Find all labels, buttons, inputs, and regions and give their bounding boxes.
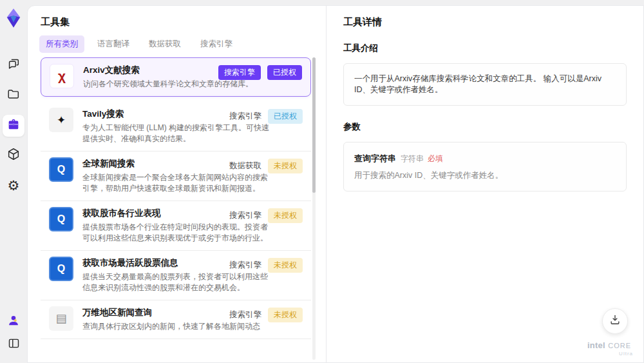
download-button[interactable] <box>602 308 628 334</box>
sidebar-item-files[interactable] <box>3 84 24 106</box>
arxiv-icon: χ <box>50 64 74 88</box>
page-title: 工具集 <box>41 16 70 28</box>
scrollbar-thumb[interactable] <box>312 57 316 193</box>
auth-status-badge: 未授权 <box>268 258 303 273</box>
scrollbar-track[interactable] <box>312 57 316 360</box>
detail-title: 工具详情 <box>343 16 627 28</box>
category-tab[interactable]: 语言翻译 <box>91 35 136 53</box>
intel-logo-text: intel <box>587 340 605 350</box>
tool-list-item[interactable]: ✦ Tavily搜索 专为人工智能代理 (LLM) 构建的搜索引擎工具。可快速提… <box>41 102 311 152</box>
user-avatar-icon <box>6 313 21 330</box>
intro-section-title: 工具介绍 <box>343 43 627 54</box>
panel-toggle-icon <box>7 337 21 353</box>
building-icon: ▤ <box>49 306 73 331</box>
toolbox-icon <box>6 117 21 134</box>
tool-name: 获取市场最活跃股票信息 <box>82 257 229 269</box>
tool-list-pane: 工具集 所有类别语言翻译数据获取搜索引擎 χ Arxiv文献搜索 访问各个研究领… <box>28 6 326 362</box>
tool-category-tag: 搜索引擎 <box>218 65 261 80</box>
qnews-icon: Q <box>49 257 73 281</box>
tool-name: 获取股市各行业表现 <box>82 208 229 219</box>
qnews-icon: Q <box>49 207 73 231</box>
param-row: 查询字符串字符串必填 用于搜索的Arxiv ID、关键字或作者姓名。 <box>344 142 626 191</box>
tool-detail-pane: 工具详情 工具介绍 一个用于从Arxiv存储库搜索科学论文和文章的工具。 输入可… <box>326 6 643 362</box>
sidebar-item-tools[interactable] <box>3 115 24 137</box>
folder-icon <box>6 87 21 104</box>
tool-name: 万维地区新闻查询 <box>82 307 229 319</box>
category-tab[interactable]: 数据获取 <box>142 35 187 53</box>
cube-icon <box>6 147 21 164</box>
tool-name: Arxiv文献搜索 <box>83 64 218 76</box>
tool-list-item[interactable]: Q 获取股市各行业表现 提供股票市场各个行业在特定时间段内的表现。投资者可以利用… <box>41 201 311 251</box>
tool-category-tag: 搜索引擎 <box>229 208 261 223</box>
tool-name: 全球新闻搜索 <box>82 158 229 170</box>
intel-core-badge: intel CORE Ultra <box>585 339 633 357</box>
tool-list-item[interactable]: χ Arxiv文献搜索 访问各个研究领域大量科学论文和文章的存储库。 搜索引擎 … <box>41 57 311 97</box>
sidebar-item-profile[interactable] <box>3 311 24 333</box>
params-box: 查询字符串字符串必填 用于搜索的Arxiv ID、关键字或作者姓名。 <box>343 142 627 191</box>
app-logo-icon <box>5 8 23 28</box>
auth-status-badge: 未授权 <box>268 159 303 173</box>
auth-status-badge: 已授权 <box>267 65 302 80</box>
chat-icon <box>6 57 21 74</box>
param-description: 用于搜索的Arxiv ID、关键字或作者姓名。 <box>354 170 616 181</box>
sidebar-item-models[interactable] <box>3 144 24 166</box>
download-icon <box>609 313 621 329</box>
ultra-logo-text: Ultra <box>585 351 633 357</box>
tool-category-tag: 数据获取 <box>229 159 261 173</box>
gear-icon: ⚙ <box>8 179 20 192</box>
tool-category-tag: 搜索引擎 <box>229 258 261 273</box>
tool-name: Tavily搜索 <box>82 108 229 120</box>
auth-status-badge: 未授权 <box>268 208 303 223</box>
category-tab[interactable]: 搜索引擎 <box>194 35 239 53</box>
tool-category-tag: 搜索引擎 <box>229 308 261 322</box>
category-tabs: 所有类别语言翻译数据获取搜索引擎 <box>39 35 239 53</box>
param-required-flag: 必填 <box>428 154 443 163</box>
core-logo-text: CORE <box>608 342 631 349</box>
tool-list-item[interactable]: Q 全球新闻搜索 全球新闻搜索是一个聚合全球各大新闻网站内容的搜索引擎，帮助用户… <box>41 152 311 201</box>
sidebar-item-settings[interactable]: ⚙ <box>3 174 24 196</box>
tool-list-item[interactable]: ▤ 万维地区新闻查询 查询具体行政区划内的新闻，快速了解各地新闻动态 搜索引擎 … <box>41 300 311 339</box>
tool-list: χ Arxiv文献搜索 访问各个研究领域大量科学论文和文章的存储库。 搜索引擎 … <box>41 57 311 362</box>
auth-status-badge: 未授权 <box>268 308 303 322</box>
tavily-icon: ✦ <box>49 108 73 132</box>
params-section-title: 参数 <box>343 121 627 133</box>
tool-list-item[interactable]: Q 获取市场最活跃股票信息 提供当天交易量最高的股票列表，投资者可以利用这些信息… <box>41 251 311 300</box>
sidebar-item-chat[interactable] <box>3 54 24 76</box>
main-panel: 工具集 所有类别语言翻译数据获取搜索引擎 χ Arxiv文献搜索 访问各个研究领… <box>27 5 644 363</box>
auth-status-badge: 已授权 <box>268 109 303 124</box>
tool-intro-text: 一个用于从Arxiv存储库搜索科学论文和文章的工具。 输入可以是Arxiv ID… <box>343 63 627 106</box>
param-type: 字符串 <box>401 154 424 163</box>
sidebar-rail: ⚙ <box>0 0 27 363</box>
category-tab[interactable]: 所有类别 <box>39 35 84 53</box>
param-name: 查询字符串 <box>354 153 396 163</box>
qnews-icon: Q <box>49 157 73 182</box>
sidebar-item-collapse[interactable] <box>3 333 24 355</box>
tool-category-tag: 搜索引擎 <box>229 109 261 124</box>
